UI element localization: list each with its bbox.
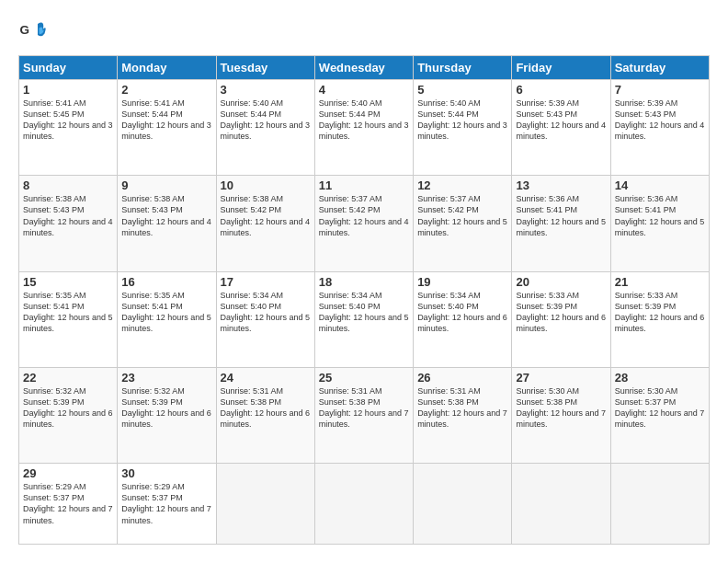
header: G [18, 18, 710, 46]
day-info: Sunrise: 5:30 AMSunset: 5:38 PMDaylight:… [516, 385, 606, 431]
calendar-cell: 25Sunrise: 5:31 AMSunset: 5:38 PMDayligh… [314, 367, 413, 463]
calendar-cell: 2Sunrise: 5:41 AMSunset: 5:44 PMDaylight… [118, 80, 216, 176]
day-info: Sunrise: 5:38 AMSunset: 5:43 PMDaylight:… [121, 193, 211, 238]
day-number: 4 [319, 83, 409, 97]
calendar-cell [414, 464, 512, 545]
day-number: 20 [516, 275, 606, 289]
calendar-cell: 13Sunrise: 5:36 AMSunset: 5:41 PMDayligh… [512, 176, 610, 271]
day-number: 9 [121, 178, 211, 192]
days-header-row: Sunday Monday Tuesday Wednesday Thursday… [19, 56, 710, 80]
calendar-cell: 16Sunrise: 5:35 AMSunset: 5:41 PMDayligh… [118, 271, 216, 367]
header-monday: Monday [118, 56, 216, 80]
calendar-cell: 17Sunrise: 5:34 AMSunset: 5:40 PMDayligh… [216, 271, 314, 367]
day-info: Sunrise: 5:31 AMSunset: 5:38 PMDaylight:… [417, 385, 507, 431]
calendar-cell: 23Sunrise: 5:32 AMSunset: 5:39 PMDayligh… [118, 367, 216, 463]
calendar-cell: 1Sunrise: 5:41 AMSunset: 5:45 PMDaylight… [19, 80, 118, 176]
day-info: Sunrise: 5:40 AMSunset: 5:44 PMDaylight:… [417, 98, 507, 143]
day-number: 10 [221, 178, 311, 192]
header-sunday: Sunday [19, 56, 118, 80]
day-info: Sunrise: 5:38 AMSunset: 5:42 PMDaylight:… [221, 193, 311, 238]
header-wednesday: Wednesday [314, 56, 413, 80]
day-number: 19 [417, 275, 507, 289]
day-info: Sunrise: 5:29 AMSunset: 5:37 PMDaylight:… [121, 481, 211, 526]
day-number: 23 [121, 371, 211, 385]
calendar-cell: 6Sunrise: 5:39 AMSunset: 5:43 PMDaylight… [512, 80, 610, 176]
calendar-cell: 20Sunrise: 5:33 AMSunset: 5:39 PMDayligh… [512, 271, 610, 367]
day-info: Sunrise: 5:34 AMSunset: 5:40 PMDaylight:… [221, 290, 311, 335]
calendar-cell: 15Sunrise: 5:35 AMSunset: 5:41 PMDayligh… [19, 271, 118, 367]
day-info: Sunrise: 5:33 AMSunset: 5:39 PMDaylight:… [516, 290, 606, 335]
day-info: Sunrise: 5:32 AMSunset: 5:39 PMDaylight:… [121, 385, 211, 431]
day-number: 2 [121, 83, 211, 97]
day-number: 16 [121, 275, 211, 289]
calendar-cell: 24Sunrise: 5:31 AMSunset: 5:38 PMDayligh… [216, 367, 314, 463]
calendar-table: Sunday Monday Tuesday Wednesday Thursday… [18, 55, 710, 545]
day-number: 18 [319, 275, 409, 289]
day-number: 29 [23, 466, 113, 480]
calendar-cell: 26Sunrise: 5:31 AMSunset: 5:38 PMDayligh… [414, 367, 512, 463]
day-number: 30 [121, 466, 211, 480]
day-number: 26 [417, 371, 507, 385]
day-info: Sunrise: 5:41 AMSunset: 5:45 PMDaylight:… [23, 98, 113, 143]
calendar-cell: 3Sunrise: 5:40 AMSunset: 5:44 PMDaylight… [216, 80, 314, 176]
day-number: 12 [417, 178, 507, 192]
calendar-cell: 11Sunrise: 5:37 AMSunset: 5:42 PMDayligh… [314, 176, 413, 271]
day-info: Sunrise: 5:31 AMSunset: 5:38 PMDaylight:… [221, 385, 311, 431]
calendar-cell: 18Sunrise: 5:34 AMSunset: 5:40 PMDayligh… [314, 271, 413, 367]
day-info: Sunrise: 5:40 AMSunset: 5:44 PMDaylight:… [221, 98, 311, 143]
svg-text:G: G [20, 23, 30, 37]
day-number: 11 [319, 178, 409, 192]
day-info: Sunrise: 5:31 AMSunset: 5:38 PMDaylight:… [319, 385, 409, 431]
calendar-cell [610, 464, 709, 545]
day-number: 13 [516, 178, 606, 192]
day-info: Sunrise: 5:36 AMSunset: 5:41 PMDaylight:… [516, 193, 606, 238]
day-info: Sunrise: 5:39 AMSunset: 5:43 PMDaylight:… [516, 98, 606, 143]
calendar-cell [512, 464, 610, 545]
day-info: Sunrise: 5:32 AMSunset: 5:39 PMDaylight:… [23, 385, 113, 431]
day-info: Sunrise: 5:37 AMSunset: 5:42 PMDaylight:… [417, 193, 507, 238]
calendar-cell: 5Sunrise: 5:40 AMSunset: 5:44 PMDaylight… [414, 80, 512, 176]
day-number: 14 [615, 178, 705, 192]
day-info: Sunrise: 5:36 AMSunset: 5:41 PMDaylight:… [615, 193, 705, 238]
calendar-cell: 21Sunrise: 5:33 AMSunset: 5:39 PMDayligh… [610, 271, 709, 367]
day-info: Sunrise: 5:35 AMSunset: 5:41 PMDaylight:… [121, 290, 211, 335]
day-info: Sunrise: 5:37 AMSunset: 5:42 PMDaylight:… [319, 193, 409, 238]
calendar-cell: 8Sunrise: 5:38 AMSunset: 5:43 PMDaylight… [19, 176, 118, 271]
day-number: 8 [23, 178, 113, 192]
day-info: Sunrise: 5:30 AMSunset: 5:37 PMDaylight:… [615, 385, 705, 431]
calendar-cell: 12Sunrise: 5:37 AMSunset: 5:42 PMDayligh… [414, 176, 512, 271]
header-tuesday: Tuesday [216, 56, 314, 80]
calendar-cell: 27Sunrise: 5:30 AMSunset: 5:38 PMDayligh… [512, 367, 610, 463]
logo-icon: G [18, 18, 46, 46]
calendar-cell: 29Sunrise: 5:29 AMSunset: 5:37 PMDayligh… [19, 464, 118, 545]
calendar-cell: 14Sunrise: 5:36 AMSunset: 5:41 PMDayligh… [610, 176, 709, 271]
day-info: Sunrise: 5:40 AMSunset: 5:44 PMDaylight:… [319, 98, 409, 143]
day-info: Sunrise: 5:39 AMSunset: 5:43 PMDaylight:… [615, 98, 705, 143]
day-info: Sunrise: 5:34 AMSunset: 5:40 PMDaylight:… [417, 290, 507, 335]
day-number: 5 [417, 83, 507, 97]
day-number: 6 [516, 83, 606, 97]
day-number: 7 [615, 83, 705, 97]
calendar-cell: 28Sunrise: 5:30 AMSunset: 5:37 PMDayligh… [610, 367, 709, 463]
day-number: 21 [615, 275, 705, 289]
calendar-cell [216, 464, 314, 545]
day-info: Sunrise: 5:34 AMSunset: 5:40 PMDaylight:… [319, 290, 409, 335]
day-number: 25 [319, 371, 409, 385]
day-number: 22 [23, 371, 113, 385]
calendar-cell: 9Sunrise: 5:38 AMSunset: 5:43 PMDaylight… [118, 176, 216, 271]
calendar-cell: 10Sunrise: 5:38 AMSunset: 5:42 PMDayligh… [216, 176, 314, 271]
logo: G [18, 18, 50, 46]
calendar-cell: 30Sunrise: 5:29 AMSunset: 5:37 PMDayligh… [118, 464, 216, 545]
day-number: 28 [615, 371, 705, 385]
calendar-cell: 22Sunrise: 5:32 AMSunset: 5:39 PMDayligh… [19, 367, 118, 463]
day-number: 27 [516, 371, 606, 385]
day-info: Sunrise: 5:35 AMSunset: 5:41 PMDaylight:… [23, 290, 113, 335]
day-number: 17 [221, 275, 311, 289]
day-number: 15 [23, 275, 113, 289]
header-friday: Friday [512, 56, 610, 80]
day-info: Sunrise: 5:41 AMSunset: 5:44 PMDaylight:… [121, 98, 211, 143]
day-info: Sunrise: 5:33 AMSunset: 5:39 PMDaylight:… [615, 290, 705, 335]
calendar-cell: 19Sunrise: 5:34 AMSunset: 5:40 PMDayligh… [414, 271, 512, 367]
calendar-page: G Sunday Monday Tuesday Wednesday Thursd… [0, 0, 728, 563]
day-info: Sunrise: 5:38 AMSunset: 5:43 PMDaylight:… [23, 193, 113, 238]
